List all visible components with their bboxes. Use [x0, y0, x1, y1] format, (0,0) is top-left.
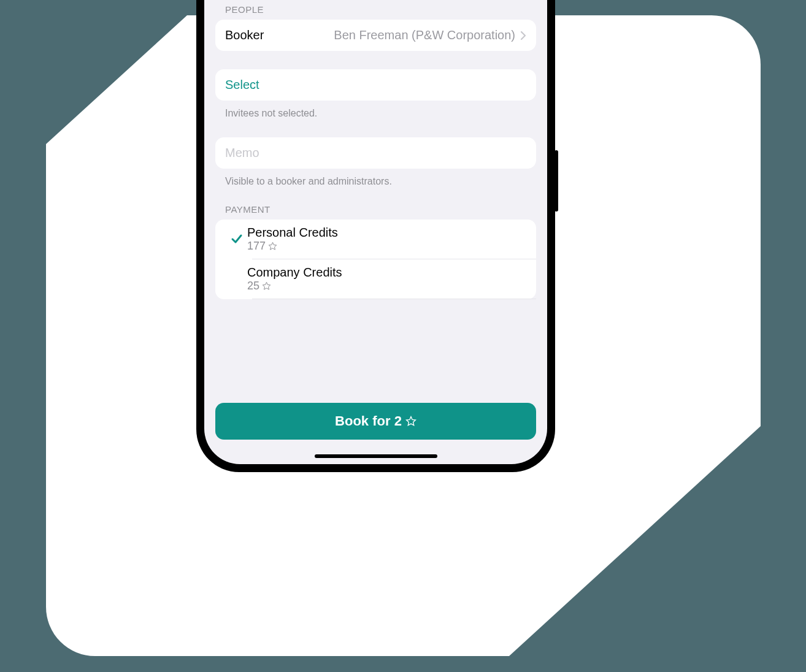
- memo-placeholder: Memo: [225, 146, 259, 160]
- memo-input[interactable]: Memo: [215, 137, 536, 169]
- people-section-label: PEOPLE: [215, 0, 536, 20]
- payment-section-label: PAYMENT: [215, 187, 536, 220]
- payment-option-title: Personal Credits: [247, 226, 338, 240]
- booker-label: Booker: [225, 28, 264, 42]
- star-icon: [262, 281, 271, 291]
- book-button-label: Book for 2: [335, 413, 402, 429]
- invitees-hint: Invitees not selected.: [215, 101, 536, 119]
- select-label: Select: [225, 78, 259, 92]
- select-invitees-row[interactable]: Select: [215, 69, 536, 101]
- star-icon: [268, 242, 277, 251]
- memo-hint: Visible to a booker and administrators.: [215, 169, 536, 187]
- book-button[interactable]: Book for 2: [215, 403, 536, 440]
- check-icon: [226, 232, 247, 246]
- chevron-right-icon: [520, 31, 526, 40]
- booker-row[interactable]: Booker Ben Freeman (P&W Corporation): [215, 20, 536, 51]
- payment-options: Personal Credits 177 Company Credits 25: [215, 220, 536, 299]
- payment-option-personal[interactable]: Personal Credits 177: [215, 220, 536, 259]
- payment-option-amount: 177: [247, 240, 266, 253]
- payment-option-title: Company Credits: [247, 265, 342, 280]
- star-icon: [405, 416, 416, 427]
- phone-frame: PEOPLE Booker Ben Freeman (P&W Corporati…: [196, 0, 555, 472]
- payment-option-company[interactable]: Company Credits 25: [215, 259, 536, 299]
- payment-option-amount: 25: [247, 280, 259, 292]
- phone-screen: PEOPLE Booker Ben Freeman (P&W Corporati…: [204, 0, 547, 464]
- home-indicator: [315, 454, 437, 458]
- booker-value: Ben Freeman (P&W Corporation): [334, 28, 515, 42]
